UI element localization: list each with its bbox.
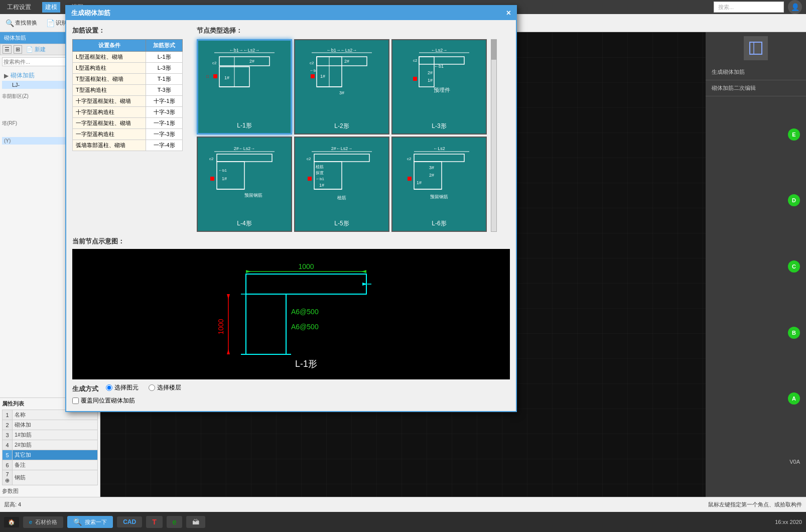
node-card-L6[interactable]: ←Ls2 c2 3# 2# 1#	[391, 137, 487, 232]
settings-value-2[interactable]: T-1形	[146, 74, 183, 85]
svg-text:L-1形: L-1形	[295, 359, 317, 369]
node-preview-area: 1000	[72, 249, 510, 379]
svg-rect-35	[413, 77, 417, 81]
generate-masonry-dialog: 生成砌体加筋 × 加筋设置： 设置条件 加筋形式	[65, 5, 517, 412]
settings-row-3: T型遥构造柱 T-3形	[73, 85, 183, 96]
svg-text:c2: c2	[307, 157, 311, 161]
svg-text:植筋: 植筋	[316, 165, 324, 169]
svg-text:←b1→←Ls2→: ←b1→←Ls2→	[327, 48, 357, 53]
gen-method-section: 生成方式 选择图元 选择楼层 覆盖同位置砌体加筋	[72, 383, 510, 405]
dialog-nodes-section: 节点类型选择： ←b1→←Ls2→	[197, 26, 510, 232]
settings-value-5[interactable]: 十字-3形	[146, 107, 183, 118]
svg-text:探度: 探度	[316, 171, 324, 175]
settings-row-1: L型遥构造柱 L-3形	[73, 63, 183, 74]
app-container: 工程设置 建模 视图 搜索... 👤 🔍 查找替换 📄 识别 📏 设置比例 📐 …	[0, 0, 806, 532]
svg-text:植筋: 植筋	[337, 195, 346, 200]
node-L4-label: L-4形	[237, 219, 251, 228]
svg-text:2#: 2#	[428, 70, 433, 75]
svg-text:1#: 1#	[319, 183, 324, 188]
dialog-overlay: 生成砌体加筋 × 加筋设置： 设置条件 加筋形式	[0, 0, 806, 532]
node-preview-label: 当前节点示意图：	[72, 237, 510, 246]
svg-text:←b1→←Ls2→: ←b1→←Ls2→	[229, 48, 260, 53]
node-L2-label: L-2形	[334, 122, 349, 130]
settings-col2-header: 加筋形式	[146, 40, 183, 52]
radio-select-floor[interactable]: 选择楼层	[149, 383, 181, 392]
dialog-settings-section: 加筋设置： 设置条件 加筋形式 L型遥框架柱、砌墙	[72, 26, 191, 232]
node-card-L3[interactable]: ←Ls2→ c2 2# 1#	[391, 39, 487, 135]
node-L3-label: L-3形	[432, 122, 446, 130]
settings-condition-8: 弧墙靠部遥柱、砌墙	[73, 140, 146, 151]
svg-text:2#: 2#	[344, 59, 349, 64]
settings-condition-2: T型遥框架柱、砌墙	[73, 74, 146, 85]
nodes-and-scroll: ←b1→←Ls2→ 2#	[197, 39, 510, 232]
svg-text:A6@500: A6@500	[291, 323, 319, 331]
svg-text:c2: c2	[407, 157, 412, 161]
svg-rect-44	[210, 177, 214, 181]
svg-text:1#: 1#	[417, 180, 422, 185]
svg-rect-12	[213, 74, 217, 78]
node-card-L5[interactable]: 2#←Ls2→ c2 植筋 探度 ←b1 1#	[294, 137, 389, 232]
svg-text:←b1: ←b1	[218, 168, 227, 173]
settings-table-header: 设置条件 加筋形式	[73, 40, 183, 52]
svg-text:c2: c2	[310, 61, 314, 65]
dialog-title: 生成砌体加筋	[71, 9, 110, 18]
settings-col1-header: 设置条件	[73, 40, 146, 52]
svg-text:□: □	[206, 74, 209, 79]
scrollbar-thumb[interactable]	[491, 40, 496, 60]
svg-text:←b1: ←b1	[316, 177, 324, 181]
checkbox-overwrite[interactable]: 覆盖同位置砌体加筋	[72, 396, 510, 405]
dialog-body: 加筋设置： 设置条件 加筋形式 L型遥框架柱、砌墙	[66, 20, 516, 411]
radio-select-element[interactable]: 选择图元	[106, 383, 139, 392]
svg-text:1#: 1#	[224, 75, 229, 80]
svg-text:1000: 1000	[217, 319, 225, 334]
svg-rect-41	[217, 162, 244, 189]
settings-value-4[interactable]: 十字-1形	[146, 96, 183, 107]
svg-text:c2: c2	[413, 58, 418, 63]
svg-text:←Ls2→: ←Ls2→	[431, 48, 448, 53]
node-grid-scrollbar[interactable]	[491, 39, 497, 232]
svg-rect-49	[314, 154, 369, 162]
svg-rect-6	[219, 57, 270, 66]
svg-text:1#: 1#	[428, 78, 433, 83]
settings-value-0[interactable]: L-1形	[146, 52, 183, 63]
settings-value-6[interactable]: 一字-1形	[146, 118, 183, 129]
svg-text:1#: 1#	[320, 74, 325, 79]
settings-row-4: 十字型遥框架柱、砌墙 十字-1形	[73, 96, 183, 107]
svg-text:c2: c2	[209, 157, 214, 161]
dialog-close-button[interactable]: ×	[506, 9, 511, 17]
svg-text:1#: 1#	[222, 176, 227, 181]
svg-rect-39	[217, 154, 272, 162]
svg-text:2#←Ls2→: 2#←Ls2→	[234, 146, 255, 151]
node-card-L2[interactable]: ←b1→←Ls2→ 2# 1# c2 ←b	[294, 39, 389, 135]
svg-text:←b1: ←b1	[434, 64, 444, 69]
svg-text:c2: c2	[212, 61, 217, 65]
radio-select-floor-input[interactable]	[149, 384, 155, 391]
settings-condition-7: 一字型遥构造柱	[73, 129, 146, 140]
settings-value-1[interactable]: L-3形	[146, 63, 183, 74]
settings-row-0: L型遥框架柱、砌墙 L-1形	[73, 52, 183, 63]
svg-rect-29	[419, 57, 464, 64]
settings-value-7[interactable]: 一字-3形	[146, 129, 183, 140]
settings-value-3[interactable]: T-3形	[146, 85, 183, 96]
svg-text:←Ls2: ←Ls2	[433, 146, 445, 151]
svg-text:←b: ←b	[310, 68, 316, 73]
settings-row-5: 十字型遥构造柱 十字-3形	[73, 107, 183, 118]
node-card-L1[interactable]: ←b1→←Ls2→ 2#	[197, 39, 292, 135]
node-L6-label: L-6形	[432, 219, 446, 228]
overwrite-checkbox-input[interactable]	[72, 397, 79, 404]
svg-text:2#←Ls2→: 2#←Ls2→	[331, 146, 353, 151]
svg-text:2#: 2#	[429, 173, 434, 178]
svg-text:A6@500: A6@500	[291, 308, 319, 316]
radio-select-element-input[interactable]	[106, 384, 112, 391]
settings-condition-1: L型遥构造柱	[73, 63, 146, 74]
svg-rect-61	[414, 154, 464, 162]
node-preview-section: 当前节点示意图： 1000	[72, 237, 510, 379]
node-card-L4[interactable]: 2#←Ls2→ c2 ←b1 1#	[197, 137, 292, 232]
settings-condition-6: 一字型遥框架柱、砌墙	[73, 118, 146, 129]
node-type-grid: ←b1→←Ls2→ 2#	[197, 39, 487, 232]
settings-row-2: T型遥框架柱、砌墙 T-1形	[73, 74, 183, 85]
settings-value-8[interactable]: 一字-4形	[146, 140, 183, 151]
settings-condition-4: 十字型遥框架柱、砌墙	[73, 96, 146, 107]
svg-rect-67	[408, 177, 412, 181]
settings-row-7: 一字型遥构造柱 一字-3形	[73, 129, 183, 140]
